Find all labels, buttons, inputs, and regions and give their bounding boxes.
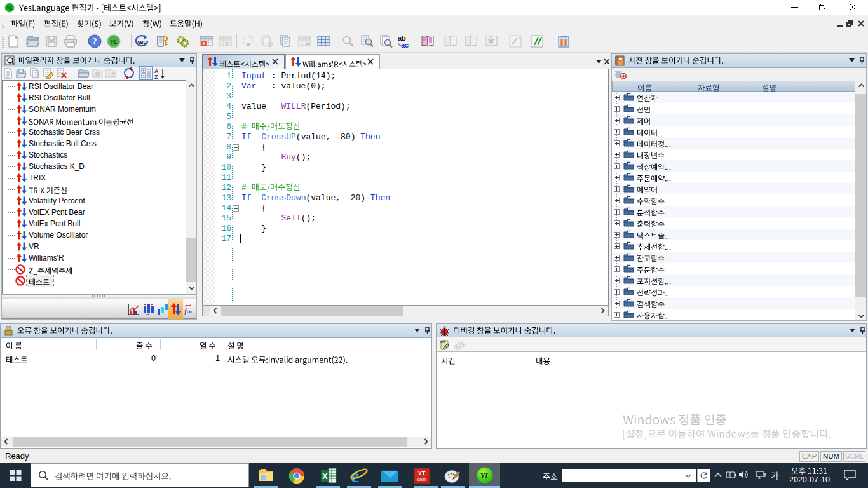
svg-text:YL: YL xyxy=(6,5,13,11)
svg-text:YL: YL xyxy=(480,471,490,480)
svg-text:X: X xyxy=(322,471,328,481)
svg-text:?: ? xyxy=(93,37,97,46)
svg-text:*: * xyxy=(518,36,520,41)
svg-text:YL: YL xyxy=(110,39,118,45)
svg-text:ABC: ABC xyxy=(137,40,146,44)
svg-text:YT: YT xyxy=(418,470,426,477)
svg-text:coin: coin xyxy=(417,477,426,482)
svg-text:∞: ∞ xyxy=(187,308,192,315)
svg-text:Z: Z xyxy=(154,74,158,79)
svg-text:ac: ac xyxy=(401,41,409,49)
